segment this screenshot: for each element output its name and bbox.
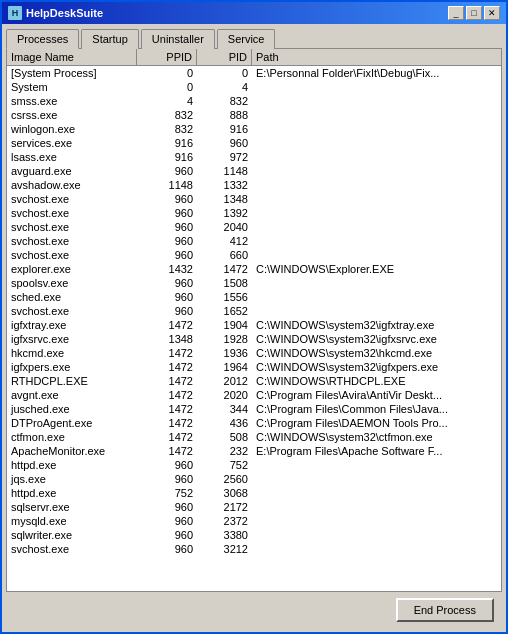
app-icon: H	[8, 6, 22, 20]
cell-ppid: 960	[137, 500, 197, 514]
cell-pid: 436	[197, 416, 252, 430]
cell-image: svchost.exe	[7, 304, 137, 318]
cell-image: mysqld.exe	[7, 514, 137, 528]
table-row[interactable]: winlogon.exe832916	[7, 122, 501, 136]
column-header-ppid[interactable]: PPID	[137, 49, 197, 65]
tab-service[interactable]: Service	[217, 29, 276, 49]
cell-pid: 2560	[197, 472, 252, 486]
table-row[interactable]: sqlservr.exe9602172	[7, 500, 501, 514]
maximize-button[interactable]: □	[466, 6, 482, 20]
table-row[interactable]: mysqld.exe9602372	[7, 514, 501, 528]
table-row[interactable]: services.exe916960	[7, 136, 501, 150]
cell-ppid: 960	[137, 472, 197, 486]
cell-ppid: 1432	[137, 262, 197, 276]
cell-image: winlogon.exe	[7, 122, 137, 136]
cell-image: httpd.exe	[7, 458, 137, 472]
table-row[interactable]: smss.exe4832	[7, 94, 501, 108]
table-row[interactable]: RTHDCPL.EXE14722012C:\WINDOWS\RTHDCPL.EX…	[7, 374, 501, 388]
cell-image: services.exe	[7, 136, 137, 150]
window-title: HelpDeskSuite	[26, 7, 103, 19]
table-row[interactable]: svchost.exe9601392	[7, 206, 501, 220]
column-header-image[interactable]: Image Name	[7, 49, 137, 65]
cell-ppid: 960	[137, 542, 197, 556]
cell-ppid: 1472	[137, 416, 197, 430]
end-process-button[interactable]: End Process	[396, 598, 494, 622]
table-row[interactable]: svchost.exe9601348	[7, 192, 501, 206]
cell-path	[252, 542, 501, 556]
close-button[interactable]: ✕	[484, 6, 500, 20]
cell-pid: 2012	[197, 374, 252, 388]
table-row[interactable]: igfxsrvc.exe13481928C:\WINDOWS\system32\…	[7, 332, 501, 346]
cell-path: C:\WINDOWS\system32\ctfmon.exe	[252, 430, 501, 444]
cell-ppid: 960	[137, 290, 197, 304]
cell-pid: 3380	[197, 528, 252, 542]
table-row[interactable]: explorer.exe14321472C:\WINDOWS\Explorer.…	[7, 262, 501, 276]
cell-pid: 916	[197, 122, 252, 136]
cell-pid: 2172	[197, 500, 252, 514]
cell-path	[252, 290, 501, 304]
cell-image: avgnt.exe	[7, 388, 137, 402]
cell-pid: 1508	[197, 276, 252, 290]
column-header-path[interactable]: Path	[252, 49, 501, 65]
cell-pid: 0	[197, 66, 252, 80]
table-row[interactable]: avgnt.exe14722020C:\Program Files\Avira\…	[7, 388, 501, 402]
table-row[interactable]: hkcmd.exe14721936C:\WINDOWS\system32\hkc…	[7, 346, 501, 360]
cell-image: explorer.exe	[7, 262, 137, 276]
cell-path	[252, 94, 501, 108]
table-row[interactable]: httpd.exe7523068	[7, 486, 501, 500]
cell-pid: 1148	[197, 164, 252, 178]
table-row[interactable]: [System Process]00E:\Personnal Folder\Fi…	[7, 66, 501, 80]
cell-image: DTProAgent.exe	[7, 416, 137, 430]
table-row[interactable]: ApacheMonitor.exe1472232E:\Program Files…	[7, 444, 501, 458]
cell-path: C:\WINDOWS\system32\hkcmd.exe	[252, 346, 501, 360]
table-row[interactable]: svchost.exe9602040	[7, 220, 501, 234]
tab-uninstaller[interactable]: Uninstaller	[141, 29, 215, 49]
cell-pid: 1556	[197, 290, 252, 304]
table-row[interactable]: ctfmon.exe1472508C:\WINDOWS\system32\ctf…	[7, 430, 501, 444]
table-row[interactable]: csrss.exe832888	[7, 108, 501, 122]
cell-image: smss.exe	[7, 94, 137, 108]
table-row[interactable]: spoolsv.exe9601508	[7, 276, 501, 290]
cell-path	[252, 304, 501, 318]
cell-pid: 1936	[197, 346, 252, 360]
table-row[interactable]: svchost.exe960660	[7, 248, 501, 262]
cell-path: C:\WINDOWS\Explorer.EXE	[252, 262, 501, 276]
cell-ppid: 832	[137, 108, 197, 122]
cell-path	[252, 234, 501, 248]
table-row[interactable]: igfxpers.exe14721964C:\WINDOWS\system32\…	[7, 360, 501, 374]
cell-path: C:\WINDOWS\RTHDCPL.EXE	[252, 374, 501, 388]
cell-image: ApacheMonitor.exe	[7, 444, 137, 458]
minimize-button[interactable]: _	[448, 6, 464, 20]
table-row[interactable]: DTProAgent.exe1472436C:\Program Files\DA…	[7, 416, 501, 430]
table-row[interactable]: jusched.exe1472344C:\Program Files\Commo…	[7, 402, 501, 416]
cell-image: avshadow.exe	[7, 178, 137, 192]
cell-path	[252, 220, 501, 234]
tab-startup[interactable]: Startup	[81, 29, 138, 49]
cell-ppid: 960	[137, 192, 197, 206]
cell-path	[252, 178, 501, 192]
table-body[interactable]: [System Process]00E:\Personnal Folder\Fi…	[7, 66, 501, 591]
cell-path	[252, 458, 501, 472]
cell-image: httpd.exe	[7, 486, 137, 500]
cell-path	[252, 136, 501, 150]
cell-ppid: 960	[137, 458, 197, 472]
tab-bar: Processes Startup Uninstaller Service	[6, 28, 502, 48]
table-row[interactable]: igfxtray.exe14721904C:\WINDOWS\system32\…	[7, 318, 501, 332]
table-row[interactable]: sched.exe9601556	[7, 290, 501, 304]
table-row[interactable]: lsass.exe916972	[7, 150, 501, 164]
table-row[interactable]: svchost.exe9603212	[7, 542, 501, 556]
table-row[interactable]: svchost.exe9601652	[7, 304, 501, 318]
table-row[interactable]: sqlwriter.exe9603380	[7, 528, 501, 542]
table-row[interactable]: avshadow.exe11481332	[7, 178, 501, 192]
cell-image: igfxsrvc.exe	[7, 332, 137, 346]
table-row[interactable]: avguard.exe9601148	[7, 164, 501, 178]
table-row[interactable]: httpd.exe960752	[7, 458, 501, 472]
cell-path: C:\WINDOWS\system32\igfxtray.exe	[252, 318, 501, 332]
table-row[interactable]: System04	[7, 80, 501, 94]
tab-processes[interactable]: Processes	[6, 29, 79, 49]
column-header-pid[interactable]: PID	[197, 49, 252, 65]
table-row[interactable]: jqs.exe9602560	[7, 472, 501, 486]
cell-path: C:\Program Files\DAEMON Tools Pro...	[252, 416, 501, 430]
cell-image: System	[7, 80, 137, 94]
table-row[interactable]: svchost.exe960412	[7, 234, 501, 248]
